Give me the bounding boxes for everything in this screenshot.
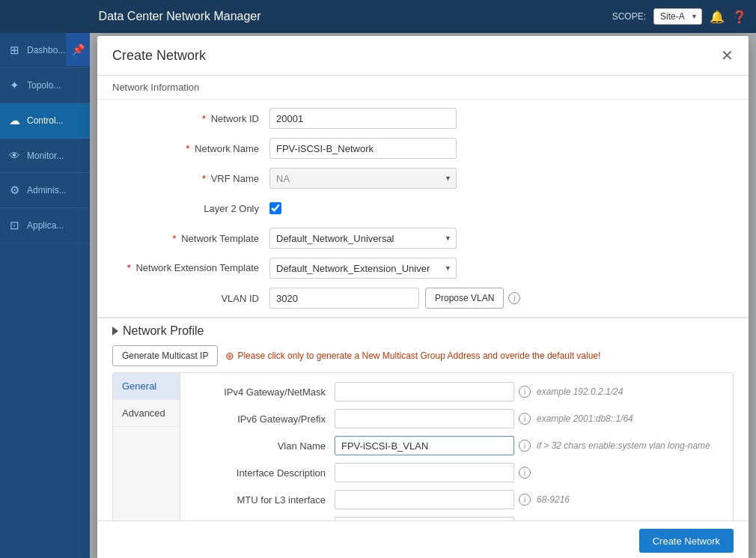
apps-icon: ⊡ [7, 219, 21, 232]
mtu-input[interactable] [335, 490, 514, 509]
network-template-label: * Network Template [112, 233, 269, 244]
dashboard-icon: ⊞ [7, 43, 21, 57]
network-profile-title: Network Profile [123, 324, 204, 338]
topology-icon: ✦ [7, 79, 21, 92]
ipv6-gateway-hint: example 2001:db8::1/64 [537, 413, 633, 424]
ipv4-gateway-input[interactable] [335, 382, 514, 401]
interface-desc-input[interactable] [335, 463, 514, 482]
pf-row-vlan-name: Vlan Name i if > 32 chars enable:system … [192, 436, 721, 455]
tab-content-general: IPv4 Gateway/NetMask i example 192.0.2.1… [180, 373, 733, 521]
sidebar-label-topology: Topolo... [27, 80, 61, 91]
vlan-id-label: VLAN ID [112, 293, 269, 304]
sidebar-label-monitor: Monitor... [27, 151, 64, 161]
tab-general[interactable]: General [113, 373, 180, 400]
topbar-right: SCOPE: Site-A Site-B Global ▼ 🔔 ❓ [612, 8, 747, 25]
modal-header: Create Network ✕ [97, 36, 749, 76]
sidebar-pin-icon[interactable]: 📌 [66, 33, 90, 66]
sidebar-item-topology[interactable]: ✦ Topolo... [0, 68, 90, 103]
help-icon[interactable]: ❓ [732, 10, 747, 24]
pf-row-mtu: MTU for L3 interface i 68-9216 [192, 490, 721, 509]
vlan-name-hint: if > 32 chars enable:system vlan long-na… [537, 440, 710, 451]
section-header-network-info: Network Information [97, 76, 749, 100]
modal-overlay: Create Network ✕ Network Information * N… [90, 33, 756, 558]
modal-close-button[interactable]: ✕ [721, 46, 734, 64]
vlan-info-icon[interactable]: i [508, 292, 520, 304]
create-network-button[interactable]: Create Network [639, 529, 734, 553]
form-row-layer2-only: Layer 2 Only [112, 197, 734, 219]
form-row-network-id: * Network ID [112, 107, 734, 130]
sidebar-item-apps[interactable]: ⊡ Applica... [0, 208, 90, 243]
topbar: ☰ cisco Data Center Network Manager SCOP… [0, 0, 756, 33]
mtu-label: MTU for L3 interface [192, 494, 335, 506]
tab-list: General Advanced [113, 373, 180, 521]
scope-selector[interactable]: Site-A Site-B Global ▼ [653, 8, 702, 25]
sidebar-item-monitor[interactable]: 👁 Monitor... [0, 139, 90, 173]
pf-row-ipv4-gateway: IPv4 Gateway/NetMask i example 192.0.2.1… [192, 382, 721, 401]
vlan-name-input[interactable] [335, 436, 514, 455]
network-profile-toggle[interactable] [112, 327, 118, 336]
sidebar-label-dashboard: Dashbo... [27, 45, 65, 55]
scope-label: SCOPE: [612, 11, 646, 22]
sidebar-label-admin: Adminis... [27, 185, 67, 195]
form-row-vrf-name: * VRF Name NA ▼ [112, 167, 734, 189]
sidebar-label-apps: Applica... [27, 220, 64, 231]
bell-icon[interactable]: 🔔 [710, 10, 725, 24]
vrf-name-select-wrap[interactable]: NA ▼ [269, 168, 457, 189]
modal-title: Create Network [112, 48, 206, 64]
modal-body: Network Information * Network ID [97, 76, 749, 521]
ipv4-gateway-label: IPv4 Gateway/NetMask [192, 386, 335, 398]
monitor-icon: 👁 [7, 149, 21, 162]
form-row-vlan-id: VLAN ID Propose VLAN i [112, 287, 734, 309]
interface-desc-info-icon[interactable]: i [519, 467, 531, 479]
layer2-only-checkbox[interactable] [269, 202, 281, 214]
ipv6-gateway-input[interactable] [335, 409, 514, 428]
scope-select[interactable]: Site-A Site-B Global [653, 8, 702, 25]
app-title: Data Center Network Manager [99, 10, 261, 23]
network-id-label: * Network ID [112, 113, 269, 124]
network-ext-template-select[interactable]: Default_Network_Extension_Univer [269, 258, 457, 279]
generate-multicast-button[interactable]: Generate Multicast IP [112, 345, 218, 366]
form-row-network-ext-template: * Network Extension Template Default_Net… [112, 257, 734, 279]
network-profile-header: Network Profile [112, 324, 734, 338]
form-row-network-template: * Network Template Default_Network_Unive… [112, 227, 734, 249]
sidebar-item-control[interactable]: ☁ Control... [0, 103, 90, 139]
network-ext-template-label: * Network Extension Template [112, 262, 269, 275]
network-template-select-wrap[interactable]: Default_Network_Universal Custom_Templat… [269, 228, 457, 249]
control-icon: ☁ [7, 114, 21, 127]
tab-advanced[interactable]: Advanced [113, 400, 180, 427]
network-id-input[interactable] [269, 108, 457, 129]
network-name-input[interactable] [269, 138, 457, 159]
sidebar: 📌 ⊞ Dashbo... ✦ Topolo... ☁ Control... 👁… [0, 33, 90, 558]
network-ext-template-select-wrap[interactable]: Default_Network_Extension_Univer ▼ [269, 258, 457, 279]
create-network-modal: Create Network ✕ Network Information * N… [97, 36, 749, 558]
sidebar-label-control: Control... [27, 115, 64, 126]
vrf-name-label: * VRF Name [112, 173, 269, 184]
vlan-name-info-icon[interactable]: i [519, 440, 531, 452]
pf-row-ipv6-gateway: IPv6 Gateway/Prefix i example 2001:db8::… [192, 409, 721, 428]
vrf-name-select[interactable]: NA [269, 168, 457, 189]
form-section-network-info: * Network ID * Network Name [97, 100, 749, 318]
mtu-info-icon[interactable]: i [519, 494, 531, 506]
vlan-id-input[interactable] [269, 288, 419, 309]
interface-desc-label: Interface Description [192, 467, 335, 479]
ipv6-gateway-label: IPv6 Gateway/Prefix [192, 413, 335, 425]
network-profile-toolbar: Generate Multicast IP ⊛ Please click onl… [112, 345, 734, 366]
layer2-only-label: Layer 2 Only [112, 203, 269, 214]
mtu-hint: 68-9216 [537, 494, 570, 505]
sidebar-item-admin[interactable]: ⚙ Adminis... [0, 173, 90, 208]
vlan-name-label: Vlan Name [192, 440, 335, 452]
multicast-warning: ⊛ Please click only to generate a New Mu… [225, 350, 600, 362]
network-profile-section: Network Profile Generate Multicast IP ⊛ … [97, 318, 749, 521]
network-template-select[interactable]: Default_Network_Universal Custom_Templat… [269, 228, 457, 249]
ipv4-gateway-hint: example 192.0.2.1/24 [537, 386, 623, 397]
propose-vlan-button[interactable]: Propose VLAN [425, 288, 504, 309]
admin-icon: ⚙ [7, 184, 21, 197]
warning-icon: ⊛ [225, 350, 234, 362]
ipv6-gateway-info-icon[interactable]: i [519, 413, 531, 425]
modal-footer: Create Network [97, 521, 749, 558]
pf-row-interface-desc: Interface Description i [192, 463, 721, 482]
ipv4-gateway-info-icon[interactable]: i [519, 386, 531, 398]
main-area: Create Network ✕ Network Information * N… [90, 33, 756, 558]
network-profile-tabs-area: General Advanced IPv4 Gateway/NetM [112, 372, 734, 521]
form-row-network-name: * Network Name [112, 137, 734, 160]
